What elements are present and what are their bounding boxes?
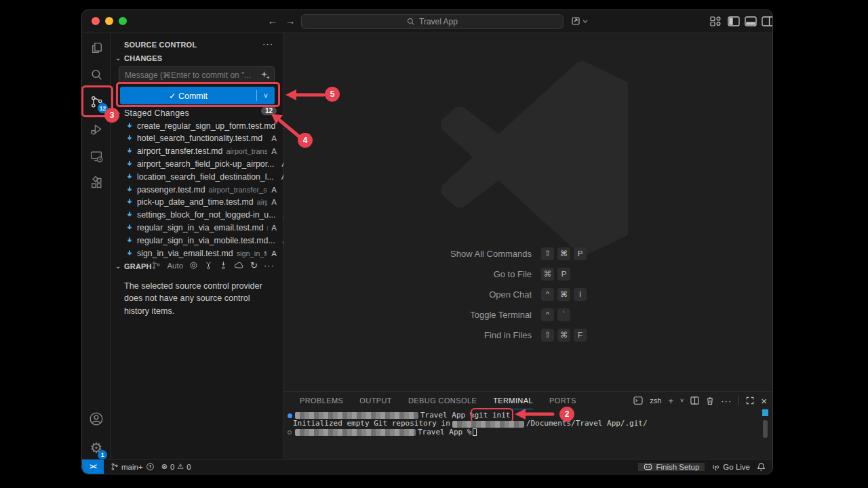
settings-badge: 1 [98, 450, 107, 460]
terminal-toolbar: zsh + ˅ ··· × [633, 392, 767, 409]
git-init-output-path: /Documents/Travel App/.git/ [526, 420, 648, 428]
new-terminal-icon[interactable]: + [668, 396, 673, 406]
tab-terminal[interactable]: TERMINAL [493, 392, 533, 409]
tab-output[interactable]: OUTPUT [359, 392, 392, 409]
generate-commit-message-sparkle-icon[interactable] [260, 70, 271, 80]
staged-file-row[interactable]: airport_transfer.test.mdairport_trans...… [111, 145, 283, 158]
finish-setup-button[interactable]: Finish Setup [638, 463, 705, 471]
terminal-scrollbar-command-marker [762, 409, 768, 416]
customize-layout-icon[interactable] [710, 16, 722, 26]
navigate-back-icon[interactable]: ← [266, 15, 279, 26]
shortcut-keys: ^⌘I [541, 288, 587, 301]
staged-file-row[interactable]: regular_sign_in_via_email.test.mdsi...A [111, 221, 283, 234]
terminal-dropdown-icon[interactable]: ˅ [680, 397, 684, 404]
extensions-icon[interactable] [82, 169, 111, 197]
git-init-command: git init [474, 411, 510, 420]
terminal-scrollbar-thumb[interactable] [763, 420, 768, 438]
finish-setup-label: Finish Setup [656, 463, 699, 471]
close-panel-icon[interactable]: × [761, 395, 767, 407]
error-count: 0 [170, 463, 174, 471]
shortcut-keys: ^` [541, 308, 570, 321]
vscode-logo-watermark [431, 60, 628, 257]
problems-status-item[interactable]: ⊗ 0 ⚠ 0 [161, 462, 191, 471]
changes-chevron-icon[interactable]: ⌄ [115, 54, 121, 62]
zoom-window-button[interactable] [119, 17, 127, 25]
open-untrusted-window-icon[interactable] [572, 16, 589, 26]
tab-debug-console[interactable]: DEBUG CONSOLE [408, 392, 477, 409]
tab-problems[interactable]: PROBLEMS [300, 392, 343, 409]
accounts-icon[interactable] [82, 405, 111, 432]
staged-file-row[interactable]: location_search_field_destination_l...A [111, 170, 283, 183]
staged-file-row[interactable]: create_regular_sign_up_form.test.mdA [111, 119, 283, 132]
file-status: A [271, 224, 277, 232]
graph-fetch-icon[interactable] [204, 261, 213, 270]
markdown-file-icon [125, 122, 134, 130]
staged-file-row[interactable]: hotel_search_functionality.test.mdA [111, 132, 283, 145]
shortcut-keys: ⇧⌘P [541, 247, 587, 260]
staged-file-row[interactable]: airport_search_field_pick-up_airpor...A [111, 157, 283, 170]
markdown-file-icon [125, 147, 134, 155]
remote-explorer-icon[interactable] [82, 142, 111, 169]
terminal-more-actions-icon[interactable]: ··· [721, 396, 732, 406]
staged-file-row[interactable]: pick-up_date_and_time.test.mdairp...A [111, 196, 283, 209]
shortcut-label: Toggle Terminal [365, 310, 532, 320]
shortcut-label: Find in Files [365, 330, 532, 340]
annotation-step-3: 3 [104, 108, 119, 123]
graph-pull-icon[interactable] [219, 261, 228, 270]
minimize-window-button[interactable] [105, 17, 113, 25]
navigate-forward-icon[interactable]: → [283, 15, 297, 26]
status-bar-right: Finish Setup Go Live [638, 462, 766, 472]
search-view-icon[interactable] [82, 61, 111, 88]
terminal-output[interactable]: Travel App % git init Initialized empty … [286, 411, 648, 436]
scm-more-actions-icon[interactable]: ··· [262, 39, 273, 49]
terminal-line: Initialized empty Git repository in /Doc… [286, 420, 648, 428]
graph-refresh-icon[interactable]: ↻ [250, 260, 258, 270]
tab-ports[interactable]: PORTS [549, 392, 576, 409]
annotation-step-4: 4 [298, 133, 313, 148]
close-window-button[interactable] [92, 17, 100, 25]
staged-changes-header[interactable]: Staged Changes [124, 108, 189, 118]
shortcut-keys: ⌘P [541, 268, 570, 281]
go-live-button[interactable]: Go Live [711, 463, 750, 471]
screenshot-stage: ← → Travel App [0, 0, 868, 488]
markdown-file-icon [125, 198, 134, 206]
staged-file-row[interactable]: sign_in_via_email.test.mdsign_in_fo...A [111, 247, 283, 260]
toggle-secondary-sidebar-icon[interactable] [762, 16, 773, 26]
toggle-panel-icon[interactable] [745, 16, 757, 26]
changes-section-header[interactable]: CHANGES [124, 54, 162, 62]
settings-gear-icon[interactable]: ⚙ 1 [82, 434, 111, 461]
split-terminal-icon[interactable] [690, 396, 699, 405]
shortcut-label: Show All Commands [365, 249, 532, 259]
toggle-primary-sidebar-icon[interactable] [728, 16, 740, 26]
staged-changes-count-badge: 12 [261, 106, 277, 115]
graph-section-header[interactable]: GRAPH [124, 262, 152, 270]
explorer-icon[interactable] [82, 34, 111, 61]
command-center-label: Travel App [419, 17, 458, 26]
staged-file-row[interactable]: passenger.test.mdairport_transfer_s...A [111, 183, 283, 196]
graph-auto-label[interactable]: Auto [167, 262, 183, 270]
markdown-file-icon [125, 237, 134, 245]
sidebar-title: SOURCE CONTROL [124, 41, 197, 49]
graph-more-icon[interactable]: ··· [264, 260, 275, 270]
command-center-search[interactable]: Travel App [301, 14, 564, 29]
terminal-prompt: Travel App % [418, 428, 471, 436]
kill-terminal-trash-icon[interactable] [706, 396, 714, 405]
staged-file-row[interactable]: settings_block_for_not_logged-in_u...A [111, 209, 283, 222]
publish-changes-icon [146, 462, 155, 471]
markdown-file-icon [125, 160, 134, 168]
remote-indicator[interactable]: >< [82, 460, 104, 474]
graph-cloud-icon[interactable] [234, 261, 244, 270]
go-live-label: Go Live [723, 463, 750, 471]
errors-icon: ⊗ [161, 462, 167, 471]
maximize-panel-icon[interactable] [746, 396, 754, 405]
staged-file-row[interactable]: regular_sign_in_via_mobile.test.md...A [111, 234, 283, 247]
shortcut-keys: ⇧⌘F [541, 329, 587, 342]
annotation-step-5: 5 [325, 87, 340, 102]
notifications-bell-icon[interactable] [757, 462, 766, 472]
file-status: A [271, 249, 277, 258]
graph-empty-message: The selected source control provider doe… [124, 280, 273, 317]
graph-target-icon[interactable] [189, 261, 198, 270]
panel-tabs: PROBLEMS OUTPUT DEBUG CONSOLE TERMINAL P… [300, 392, 576, 409]
branch-status-item[interactable]: main+ [111, 462, 155, 471]
graph-chevron-icon[interactable]: ⌄ [115, 262, 121, 270]
